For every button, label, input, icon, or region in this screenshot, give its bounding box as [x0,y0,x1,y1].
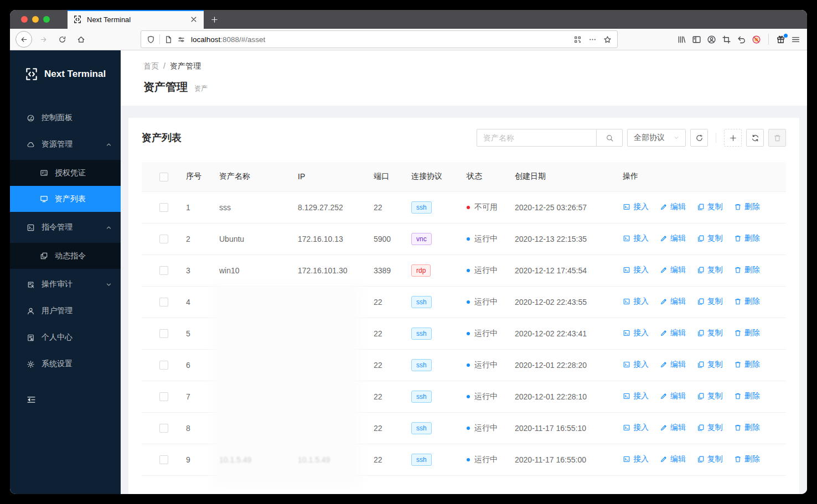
edit-action[interactable]: 编辑 [660,454,686,464]
tab-close-icon[interactable] [189,15,198,24]
sidebar-item-dashboard[interactable]: 控制面板 [10,107,121,129]
connect-action[interactable]: 接入 [623,265,649,275]
home-button[interactable] [73,32,89,47]
minimize-window-button[interactable] [32,16,39,23]
edit-action[interactable]: 编辑 [660,233,686,243]
copy-action[interactable]: 复制 [697,328,723,338]
add-asset-button[interactable] [724,129,742,147]
delete-action[interactable]: 删除 [734,297,760,306]
row-checkbox[interactable] [159,392,168,401]
account-icon[interactable] [707,35,716,44]
edit-action[interactable]: 编辑 [660,328,686,338]
edit-action[interactable]: 编辑 [660,297,686,306]
connect-action[interactable]: 接入 [623,328,649,338]
sidebar-item-users[interactable]: 用户管理 [10,300,121,322]
whats-new-gift-icon[interactable] [776,35,785,44]
sidebar-item-assets[interactable]: 资产列表 [10,186,121,212]
protocol-filter-select[interactable]: 全部协议 [627,129,686,147]
delete-action[interactable]: 删除 [734,202,760,212]
copy-action[interactable]: 复制 [697,423,723,433]
delete-action[interactable]: 删除 [734,454,760,464]
row-checkbox[interactable] [159,298,168,306]
sidebar-item-resources[interactable]: 资源管理 [10,133,121,155]
connect-action[interactable]: 接入 [623,454,649,464]
refresh-button[interactable] [746,129,764,147]
url-text[interactable]: localhost:8088/#/asset [191,35,569,44]
new-tab-button[interactable] [204,10,225,29]
sidebar-item-credentials[interactable]: 授权凭证 [10,160,121,186]
delete-action[interactable]: 删除 [734,423,760,433]
reload-button[interactable] [54,32,70,47]
permissions-icon[interactable] [177,35,185,44]
row-checkbox[interactable] [159,329,168,338]
sidebar-collapse-button[interactable] [10,395,121,406]
sidebar-item-audit[interactable]: 操作审计 [10,273,121,295]
close-window-button[interactable] [21,16,28,23]
asset-search-input[interactable] [477,129,596,147]
cell-ip [298,286,374,318]
row-checkbox[interactable] [159,235,168,243]
connect-action[interactable]: 接入 [623,423,649,433]
copy-action[interactable]: 复制 [697,454,723,464]
shield-icon[interactable] [147,35,155,44]
undo-arrow-icon[interactable] [737,35,746,44]
connect-action[interactable]: 接入 [623,297,649,306]
menu-hamburger-icon[interactable] [791,35,800,44]
edit-action[interactable]: 编辑 [660,391,686,401]
bookmark-star-icon[interactable] [603,35,612,44]
copy-action[interactable]: 复制 [697,265,723,275]
edit-icon [660,298,668,305]
search-button[interactable] [596,129,623,147]
cell-asset-name: sss [219,191,298,223]
sidebar-item-profile[interactable]: 个人中心 [10,326,121,349]
delete-action[interactable]: 删除 [734,360,760,370]
edit-action[interactable]: 编辑 [660,265,686,275]
connect-action[interactable]: 接入 [623,391,649,401]
app-logo[interactable]: Next Terminal [10,50,121,97]
delete-action[interactable]: 删除 [734,328,760,338]
connect-action[interactable]: 接入 [623,233,649,243]
edit-action[interactable]: 编辑 [660,360,686,370]
connect-action[interactable]: 接入 [623,202,649,212]
select-all-checkbox[interactable] [159,173,168,181]
row-checkbox[interactable] [159,361,168,370]
cell-actions: 接入 编辑 复制 删除 [623,381,786,412]
copy-action[interactable]: 复制 [697,297,723,306]
forward-button[interactable] [35,32,51,47]
row-checkbox[interactable] [159,266,168,275]
copy-action[interactable]: 复制 [697,233,723,243]
delete-action[interactable]: 删除 [734,391,760,401]
browser-tab[interactable]: Next Terminal [68,10,204,29]
sidebar-item-commands[interactable]: 指令管理 [10,216,121,238]
sidebar-item-settings[interactable]: 系统设置 [10,353,121,375]
page-actions-icon[interactable] [588,35,597,44]
copy-action[interactable]: 复制 [697,202,723,212]
batch-delete-button[interactable] [768,129,786,147]
urlbar-divider [159,34,160,44]
screenshot-icon[interactable] [722,35,731,44]
sidebar-toggle-icon[interactable] [692,35,701,44]
qr-scan-icon[interactable] [573,35,582,44]
breadcrumb-home[interactable]: 首页 [143,61,159,70]
page-info-icon[interactable] [164,35,173,44]
url-bar[interactable]: localhost:8088/#/asset [141,30,618,48]
connect-action[interactable]: 接入 [623,360,649,370]
edit-action[interactable]: 编辑 [660,202,686,212]
undo-filter-button[interactable] [690,129,708,147]
copy-action[interactable]: 复制 [697,360,723,370]
cell-status: 运行中 [467,349,515,381]
row-checkbox[interactable] [159,455,168,464]
blocked-extension-icon[interactable] [752,35,761,44]
row-checkbox[interactable] [159,424,168,433]
sidebar-item-dynamic-commands[interactable]: 动态指令 [10,243,121,269]
edit-icon [660,392,668,400]
cell-asset-name: win10 [219,254,298,286]
back-button[interactable] [15,31,32,48]
edit-action[interactable]: 编辑 [660,423,686,433]
library-icon[interactable] [677,35,686,44]
copy-action[interactable]: 复制 [697,391,723,401]
row-checkbox[interactable] [159,203,168,212]
delete-action[interactable]: 删除 [734,265,760,275]
delete-action[interactable]: 删除 [734,233,760,243]
maximize-window-button[interactable] [43,16,50,23]
